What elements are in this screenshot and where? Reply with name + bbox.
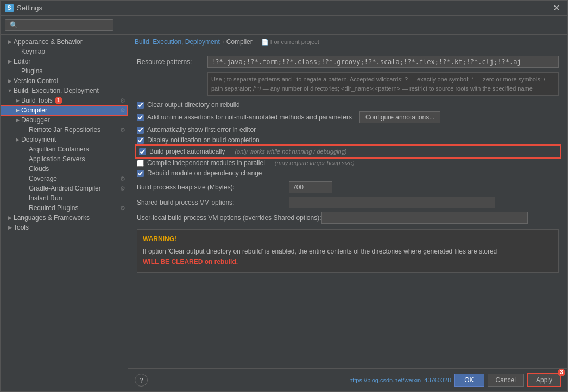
- gear-icon: ⚙: [120, 205, 125, 212]
- runtime-assertions-checkbox[interactable]: [137, 114, 144, 121]
- resource-patterns-row: Resource patterns:: [137, 56, 559, 68]
- sidebar-item-build-tools[interactable]: Build Tools 1 ⚙: [1, 96, 128, 105]
- sidebar-item-label: Languages & Frameworks: [14, 214, 125, 222]
- arrow-icon: [14, 48, 21, 55]
- arrow-icon: [6, 214, 14, 222]
- window-title: Settings: [17, 4, 550, 12]
- sidebar-item-label: Plugins: [21, 67, 125, 75]
- display-notification-checkbox[interactable]: [137, 137, 144, 144]
- resource-patterns-input[interactable]: [207, 56, 559, 68]
- sidebar-item-label: Debugger: [21, 116, 125, 124]
- clear-output-checkbox[interactable]: [137, 102, 144, 109]
- url-bar: https://blog.csdn.net/weixin_43760328: [349, 377, 451, 383]
- settings-panel: Resource patterns: Use ; to separate pat…: [128, 49, 567, 368]
- shared-vm-input[interactable]: [289, 197, 495, 208]
- sidebar-item-arquillian[interactable]: Arquillian Containers: [1, 144, 128, 154]
- sidebar-item-clouds[interactable]: Clouds: [1, 164, 128, 174]
- sidebar-item-appearance[interactable]: Appearance & Behavior: [1, 37, 128, 47]
- sidebar-item-deployment[interactable]: Deployment: [1, 135, 128, 144]
- sidebar: Appearance & Behavior Keymap Editor Plug…: [1, 35, 128, 391]
- breadcrumb-build[interactable]: Build, Execution, Deployment: [135, 38, 220, 46]
- sidebar-item-label: Remote Jar Repositories: [29, 126, 120, 134]
- sidebar-item-plugins[interactable]: Plugins: [1, 66, 128, 76]
- sidebar-item-label: Gradle-Android Compiler: [29, 185, 120, 192]
- heap-size-input[interactable]: [289, 181, 332, 193]
- bottom-bar: ? https://blog.csdn.net/weixin_43760328 …: [128, 368, 567, 391]
- arrow-icon: [21, 126, 29, 134]
- gear-icon: ⚙: [120, 107, 125, 114]
- arrow-icon: [14, 116, 21, 124]
- sidebar-item-build-execution[interactable]: Build, Execution, Deployment: [1, 86, 128, 96]
- sidebar-item-instant-run[interactable]: Instant Run: [1, 193, 128, 203]
- content-area: Appearance & Behavior Keymap Editor Plug…: [1, 16, 567, 391]
- rebuild-module-checkbox[interactable]: [137, 170, 144, 177]
- sidebar-item-coverage[interactable]: Coverage ⚙: [1, 174, 128, 184]
- show-first-error-label: Automatically show first error in editor: [147, 126, 256, 134]
- build-auto-label: Build project automatically: [149, 148, 225, 155]
- sidebar-item-label: Clouds: [29, 165, 125, 173]
- right-panel: Build, Execution, Deployment › Compiler …: [128, 35, 567, 391]
- sidebar-item-label: Build Tools 1: [21, 97, 120, 104]
- breadcrumb-note: 📄 For current project: [261, 39, 319, 46]
- cancel-button[interactable]: Cancel: [488, 374, 524, 387]
- arrow-icon: [6, 87, 14, 94]
- apply-badge: 3: [558, 369, 565, 376]
- arrow-icon: [21, 194, 29, 202]
- settings-window: S Settings ✕ Appearance & Behavior Keyma…: [0, 0, 568, 392]
- shared-vm-row: Shared build process VM options:: [137, 197, 559, 208]
- sidebar-item-remote-jar[interactable]: Remote Jar Repositories ⚙: [1, 125, 128, 135]
- clear-output-label: Clear output directory on rebuild: [147, 101, 240, 109]
- runtime-assertions-row: Add runtime assertions for not-null-anno…: [137, 111, 559, 123]
- heap-size-label: Build process heap size (Mbytes):: [137, 184, 289, 191]
- arrow-icon: [21, 185, 29, 192]
- sidebar-item-compiler[interactable]: Compiler ⚙: [1, 105, 128, 115]
- close-button[interactable]: ✕: [550, 2, 563, 14]
- display-notification-label: Display notification on build completion: [147, 136, 260, 144]
- user-local-vm-input[interactable]: [321, 212, 528, 224]
- resource-input-wrap: [207, 56, 559, 68]
- sidebar-item-required-plugins[interactable]: Required Plugins ⚙: [1, 203, 128, 213]
- file-icon: 📄: [261, 39, 269, 45]
- sidebar-item-label: Compiler: [21, 106, 120, 114]
- search-bar: [1, 16, 567, 35]
- compile-parallel-note: (may require larger heap size): [275, 160, 355, 166]
- build-auto-note: (only works while not running / debuggin…: [235, 148, 346, 155]
- sidebar-item-keymap[interactable]: Keymap: [1, 47, 128, 56]
- user-local-vm-label: User-local build process VM options (ove…: [137, 214, 321, 222]
- sidebar-item-label: Instant Run: [29, 194, 125, 202]
- arrow-icon: [14, 106, 21, 114]
- sidebar-item-version-control[interactable]: Version Control: [1, 76, 128, 86]
- sidebar-item-label: Arquillian Containers: [29, 146, 125, 153]
- arrow-icon: [14, 136, 21, 143]
- sidebar-item-label: Application Servers: [29, 155, 125, 163]
- sidebar-item-label: Version Control: [14, 77, 125, 85]
- sidebar-item-label: Coverage: [29, 175, 120, 182]
- build-auto-checkbox[interactable]: [139, 148, 146, 155]
- ok-button[interactable]: OK: [454, 374, 484, 387]
- arrow-icon: [6, 224, 14, 231]
- breadcrumb: Build, Execution, Deployment › Compiler …: [128, 35, 567, 49]
- sidebar-item-languages[interactable]: Languages & Frameworks: [1, 213, 128, 223]
- clear-output-row: Clear output directory on rebuild: [137, 101, 559, 109]
- arrow-icon: [6, 77, 14, 85]
- show-first-error-checkbox[interactable]: [137, 127, 144, 134]
- sidebar-item-label: Editor: [14, 58, 125, 65]
- apply-button[interactable]: Apply: [527, 373, 561, 387]
- help-button[interactable]: ?: [135, 374, 148, 387]
- sidebar-item-gradle-android[interactable]: Gradle-Android Compiler ⚙: [1, 184, 128, 193]
- sidebar-item-tools[interactable]: Tools: [1, 223, 128, 232]
- warning-bold: WILL BE CLEARED on rebuild.: [143, 258, 238, 265]
- breadcrumb-sep: ›: [222, 38, 224, 46]
- sidebar-item-debugger[interactable]: Debugger: [1, 115, 128, 125]
- search-input[interactable]: [5, 19, 113, 31]
- arrow-icon: [21, 165, 29, 173]
- warning-box: WARNING! If option 'Clear output directo…: [137, 229, 559, 273]
- sidebar-item-editor[interactable]: Editor: [1, 56, 128, 66]
- breadcrumb-compiler: Compiler: [226, 38, 253, 46]
- sidebar-item-label: Keymap: [21, 48, 125, 55]
- user-local-vm-row: User-local build process VM options (ove…: [137, 212, 559, 224]
- arrow-icon: [21, 146, 29, 153]
- configure-annotations-button[interactable]: Configure annotations...: [359, 111, 440, 123]
- sidebar-item-app-servers[interactable]: Application Servers: [1, 154, 128, 164]
- compile-parallel-checkbox[interactable]: [137, 160, 144, 167]
